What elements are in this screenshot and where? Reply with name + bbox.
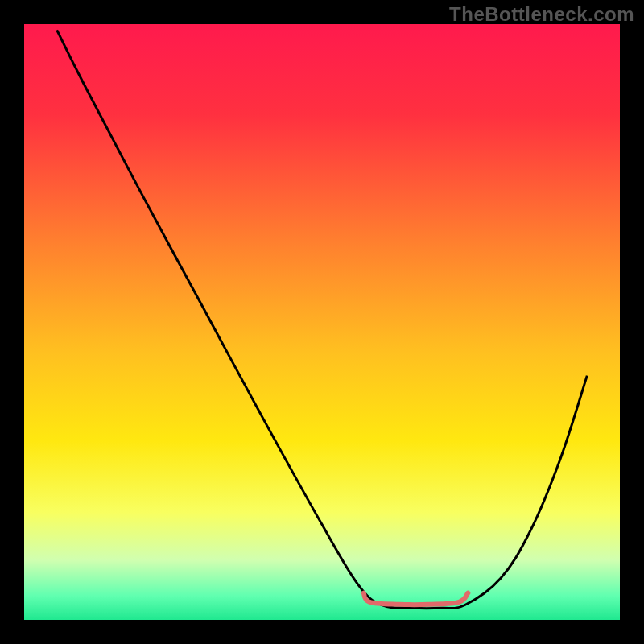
bottleneck-chart bbox=[0, 0, 644, 644]
chart-container: TheBottleneck.com bbox=[0, 0, 644, 644]
watermark-text: TheBottleneck.com bbox=[449, 3, 634, 26]
